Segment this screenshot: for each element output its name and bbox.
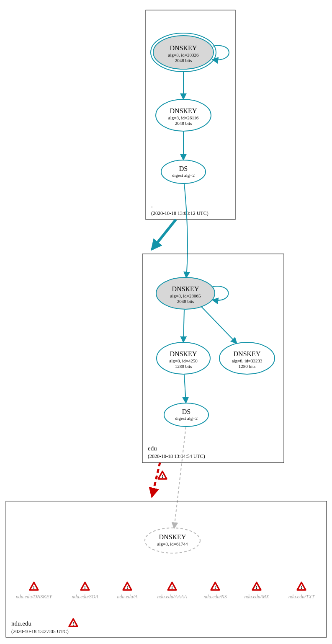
- svg-text:alg=8, id=33233: alg=8, id=33233: [232, 358, 263, 363]
- rr-label: ndu.edu/MX: [244, 594, 270, 600]
- svg-text:!: !: [256, 584, 257, 590]
- svg-text:2048 bits: 2048 bits: [177, 299, 194, 304]
- warning-icon: !: [158, 471, 167, 479]
- rr-label: ndu.edu/DNSKEY: [16, 594, 53, 600]
- svg-text:DNSKEY: DNSKEY: [170, 44, 197, 52]
- svg-text:DNSKEY: DNSKEY: [234, 350, 261, 357]
- zone-edu-label: edu: [148, 445, 157, 452]
- svg-text:1280 bits: 1280 bits: [239, 364, 256, 369]
- edge-edu-ksk-zsk1: [183, 310, 184, 342]
- warning-icon: !: [69, 619, 77, 627]
- warning-icon: !: [81, 582, 89, 590]
- svg-text:alg=8, id=26116: alg=8, id=26116: [168, 115, 199, 120]
- node-root-zsk: DNSKEY alg=8, id=26116 2048 bits: [156, 99, 211, 131]
- svg-point-32: [145, 528, 200, 553]
- svg-text:DNSKEY: DNSKEY: [159, 533, 186, 541]
- node-root-ds: DS digest alg=2: [161, 160, 206, 184]
- svg-rect-30: [6, 501, 327, 637]
- zone-root: . (2020-10-18 13:03:12 UTC) DNSKEY alg=8…: [146, 10, 235, 220]
- rr-label: ndu.edu/NS: [203, 594, 227, 600]
- svg-text:!: !: [214, 584, 216, 590]
- zone-ndu: ndu.edu (2020-10-18 13:27:05 UTC) ! DNSK…: [6, 501, 327, 637]
- rr-row: ! ndu.edu/DNSKEY ! ndu.edu/SOA ! ndu.edu…: [16, 582, 315, 600]
- node-edu-ksk: DNSKEY alg=8, id=28065 2048 bits: [156, 277, 215, 309]
- edge-root-to-edu-zone: [152, 220, 176, 249]
- node-root-ksk: DNSKEY alg=8, id=20326 2048 bits: [151, 33, 216, 72]
- svg-text:alg=8, id=61744: alg=8, id=61744: [157, 541, 188, 546]
- svg-text:!: !: [33, 584, 35, 590]
- zone-root-label: .: [151, 202, 153, 209]
- rr-label: ndu.edu/A: [117, 594, 138, 600]
- svg-text:alg=8, id=28065: alg=8, id=28065: [170, 293, 201, 298]
- warning-icon: !: [30, 582, 38, 590]
- node-edu-zsk1: DNSKEY alg=8, id=4250 1280 bits: [157, 342, 210, 374]
- svg-text:2048 bits: 2048 bits: [175, 121, 192, 126]
- zone-root-timestamp: (2020-10-18 13:03:12 UTC): [151, 210, 208, 216]
- svg-text:1280 bits: 1280 bits: [175, 364, 192, 369]
- svg-text:!: !: [171, 584, 173, 590]
- node-edu-ds: DS digest alg=2: [164, 403, 208, 427]
- warning-icon: !: [252, 582, 261, 590]
- zone-ndu-timestamp: (2020-10-18 13:27:05 UTC): [11, 628, 69, 634]
- svg-text:!: !: [126, 584, 128, 590]
- warning-icon: !: [123, 582, 131, 590]
- warning-icon: !: [297, 582, 306, 590]
- svg-text:alg=8, id=4250: alg=8, id=4250: [169, 358, 198, 363]
- dnssec-diagram: . (2020-10-18 13:03:12 UTC) DNSKEY alg=8…: [0, 0, 332, 644]
- warning-icon: !: [168, 582, 176, 590]
- svg-text:DNSKEY: DNSKEY: [170, 107, 197, 114]
- svg-text:alg=8, id=20326: alg=8, id=20326: [168, 52, 199, 57]
- edge-edu-ds-to-ndu-key: [174, 427, 186, 528]
- rr-label: ndu.edu/TXT: [288, 594, 315, 600]
- node-edu-zsk2: DNSKEY alg=8, id=33233 1280 bits: [219, 342, 275, 374]
- node-ndu-key: DNSKEY alg=8, id=61744: [145, 528, 200, 553]
- rr-label: ndu.edu/SOA: [72, 594, 98, 600]
- svg-text:!: !: [84, 584, 86, 590]
- edge-edu-zsk1-ds: [184, 375, 186, 403]
- svg-text:DNSKEY: DNSKEY: [172, 285, 199, 292]
- svg-text:digest alg=2: digest alg=2: [172, 173, 195, 178]
- zone-edu: edu (2020-10-18 13:04:54 UTC) DNSKEY alg…: [142, 254, 284, 463]
- svg-text:DS: DS: [182, 408, 190, 415]
- svg-text:!: !: [162, 473, 163, 479]
- svg-text:DNSKEY: DNSKEY: [170, 350, 197, 357]
- edge-edu-ksk-zsk2: [201, 306, 237, 343]
- svg-text:!: !: [72, 621, 74, 627]
- rr-label: ndu.edu/AAAA: [157, 594, 188, 600]
- svg-text:!: !: [301, 584, 302, 590]
- svg-text:2048 bits: 2048 bits: [175, 58, 192, 63]
- svg-text:DS: DS: [179, 165, 188, 172]
- zone-edu-timestamp: (2020-10-18 13:04:54 UTC): [148, 453, 205, 459]
- svg-text:digest alg=2: digest alg=2: [175, 416, 198, 421]
- warning-icon: !: [211, 582, 219, 590]
- zone-ndu-label: ndu.edu: [11, 620, 31, 627]
- edge-root-ds-to-edu-ksk: [184, 184, 188, 277]
